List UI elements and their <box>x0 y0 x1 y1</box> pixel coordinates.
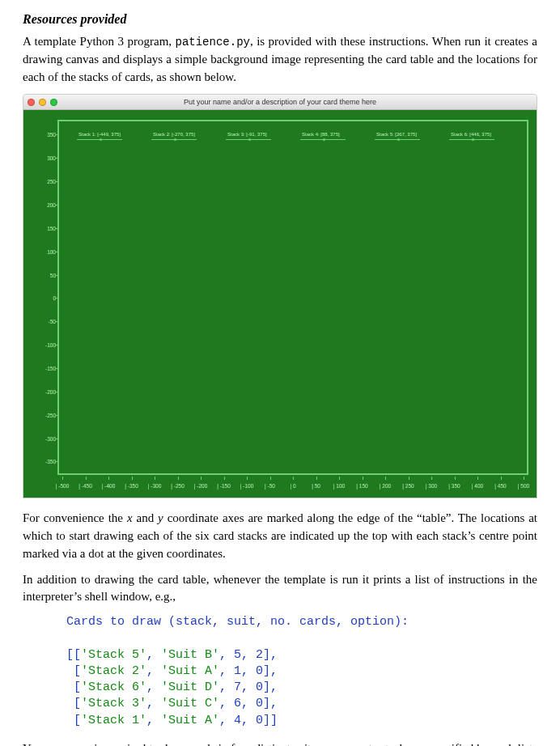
y-tick: -150 <box>35 365 56 372</box>
x-tick-mark <box>363 477 363 480</box>
y-tick: 200 <box>35 201 56 209</box>
y-tick-mark <box>56 298 59 299</box>
y-tick-mark <box>56 461 59 462</box>
x-tick: | 350 <box>448 482 460 490</box>
x-tick-mark <box>524 477 524 480</box>
window-title-bar: Put your name and/or a description of yo… <box>23 95 537 109</box>
drawing-canvas: 350300250200150100500-50-100-150-200-250… <box>23 109 537 498</box>
stack-label-2: Stack 2: [-270, 375] <box>153 131 195 138</box>
y-tick: 300 <box>35 155 56 162</box>
y-tick-mark <box>56 158 59 159</box>
x-tick-mark <box>155 477 155 480</box>
x-tick: | -200 <box>194 482 208 490</box>
stack-label-5: Stack 5: [267, 375] <box>376 131 417 138</box>
x-tick: | 250 <box>402 482 414 490</box>
x-tick-mark <box>178 477 179 480</box>
x-tick-mark <box>132 477 133 480</box>
p1-text-a: A template Python 3 program, <box>23 35 176 48</box>
y-tick-mark <box>56 228 59 229</box>
stack-label-4: Stack 4: [88, 375] <box>302 131 340 138</box>
y-tick-mark <box>56 368 59 369</box>
x-tick: | -50 <box>265 482 275 490</box>
x-tick: | -250 <box>171 482 185 490</box>
x-tick-mark <box>201 477 202 480</box>
y-tick-mark <box>56 392 59 392</box>
x-tick: | 100 <box>333 482 345 490</box>
x-tick: | 300 <box>426 482 437 490</box>
x-tick-mark <box>247 477 248 480</box>
canvas-window: Put your name and/or a description of yo… <box>23 94 537 498</box>
window-title: Put your name and/or a description of yo… <box>23 97 537 108</box>
x-tick-mark <box>270 477 271 480</box>
x-tick: | -400 <box>102 482 116 490</box>
paragraph-3: In addition to drawing the card table, w… <box>23 571 537 607</box>
x-tick: | -150 <box>217 482 231 490</box>
x-tick: | 50 <box>312 482 320 490</box>
x-tick-mark <box>409 477 409 480</box>
stack-label-1: Stack 1: [-449, 375] <box>78 131 121 138</box>
x-tick-mark <box>501 477 502 480</box>
x-tick: | -450 <box>78 482 92 490</box>
x-tick: | 200 <box>380 482 391 490</box>
y-tick: -100 <box>35 341 56 349</box>
paragraph-4: Your program is required to draw cards i… <box>23 740 537 746</box>
stack-label-6: Stack 6: [446, 375] <box>451 131 491 138</box>
y-tick-mark <box>56 321 59 322</box>
x-tick-mark <box>339 477 340 480</box>
y-tick-mark <box>56 252 59 252</box>
x-tick-mark <box>62 477 63 480</box>
x-tick-mark <box>455 477 456 480</box>
paragraph-1: A template Python 3 program, patience.py… <box>23 33 537 86</box>
canvas-border <box>57 120 528 475</box>
y-tick-mark <box>56 134 59 135</box>
x-tick: | -100 <box>240 482 254 490</box>
y-tick: 50 <box>35 272 56 279</box>
x-tick-mark <box>316 477 317 480</box>
y-tick: 150 <box>35 225 56 232</box>
y-tick: -300 <box>35 435 56 443</box>
y-tick: 250 <box>35 178 56 185</box>
y-tick: 100 <box>35 248 56 256</box>
filename-code: patience.py <box>176 36 250 49</box>
x-tick-mark <box>385 477 386 480</box>
x-tick: | -500 <box>56 482 70 490</box>
x-tick-mark <box>224 477 225 480</box>
x-tick: | 450 <box>494 482 506 490</box>
y-tick: -200 <box>35 388 56 396</box>
y-tick-mark <box>56 275 59 276</box>
x-tick-mark <box>86 477 87 480</box>
y-tick-mark <box>56 439 59 439</box>
x-tick: | 400 <box>472 482 483 490</box>
x-tick: | -350 <box>125 482 138 490</box>
x-tick: | -300 <box>148 482 162 490</box>
y-tick: -50 <box>35 318 56 325</box>
y-tick-mark <box>56 205 59 206</box>
y-tick: 0 <box>35 295 56 302</box>
shell-output: Cards to draw (stack, suit, no. cards, o… <box>23 614 537 729</box>
y-tick: -250 <box>35 412 56 419</box>
x-tick-mark <box>431 477 432 480</box>
section-heading: Resources provided <box>23 10 537 28</box>
x-tick: | 150 <box>356 482 367 490</box>
x-tick: | 500 <box>518 482 529 490</box>
stack-label-3: Stack 3: [-91, 375] <box>227 131 267 138</box>
y-tick-mark <box>56 345 59 345</box>
y-tick: 350 <box>35 131 56 138</box>
x-tick: | 0 <box>290 482 295 490</box>
paragraph-2: For convenience the x and y coordinate a… <box>23 510 537 562</box>
x-tick-mark <box>477 477 478 480</box>
x-tick-mark <box>293 477 294 480</box>
x-tick-mark <box>108 477 109 480</box>
y-tick-mark <box>56 415 59 416</box>
y-tick-mark <box>56 181 59 182</box>
y-tick: -350 <box>35 458 56 465</box>
